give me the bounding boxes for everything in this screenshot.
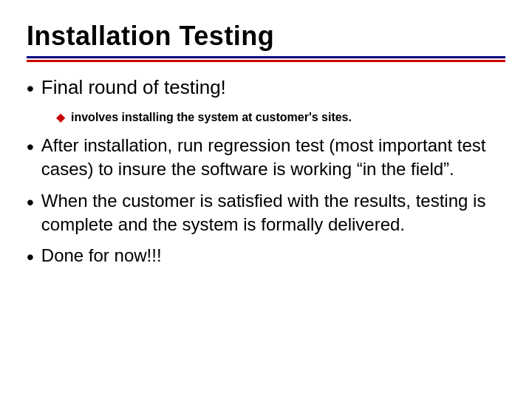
divider-red-line bbox=[27, 60, 505, 62]
bullet-text-2: After installation, run regression test … bbox=[41, 134, 505, 182]
divider-blue-line bbox=[27, 56, 505, 58]
bullet-item-4: • Done for now!!! bbox=[27, 244, 505, 270]
bullet-dot-4: • bbox=[27, 244, 34, 270]
slide-content: • Final round of testing! ◆ involves ins… bbox=[27, 75, 505, 378]
bullet-text-1: Final round of testing! bbox=[41, 75, 226, 100]
bullet-item-3: • When the customer is satisfied with th… bbox=[27, 189, 505, 237]
sub-bullet-arrow-1: ◆ bbox=[56, 109, 65, 126]
sub-bullet-item-1: ◆ involves installing the system at cust… bbox=[56, 109, 505, 126]
title-divider bbox=[27, 56, 505, 62]
bullet-text-3: When the customer is satisfied with the … bbox=[41, 189, 505, 237]
slide: Installation Testing • Final round of te… bbox=[0, 0, 532, 399]
sub-bullet-text-1: involves installing the system at custom… bbox=[71, 109, 352, 126]
slide-title: Installation Testing bbox=[27, 21, 505, 52]
bullet-item-2: • After installation, run regression tes… bbox=[27, 134, 505, 182]
bullet-item-1: • Final round of testing! bbox=[27, 75, 505, 102]
bullet-dot-3: • bbox=[27, 189, 34, 216]
bullet-dot-1: • bbox=[27, 75, 34, 102]
bullet-text-4: Done for now!!! bbox=[41, 244, 162, 267]
bullet-dot-2: • bbox=[27, 134, 34, 160]
